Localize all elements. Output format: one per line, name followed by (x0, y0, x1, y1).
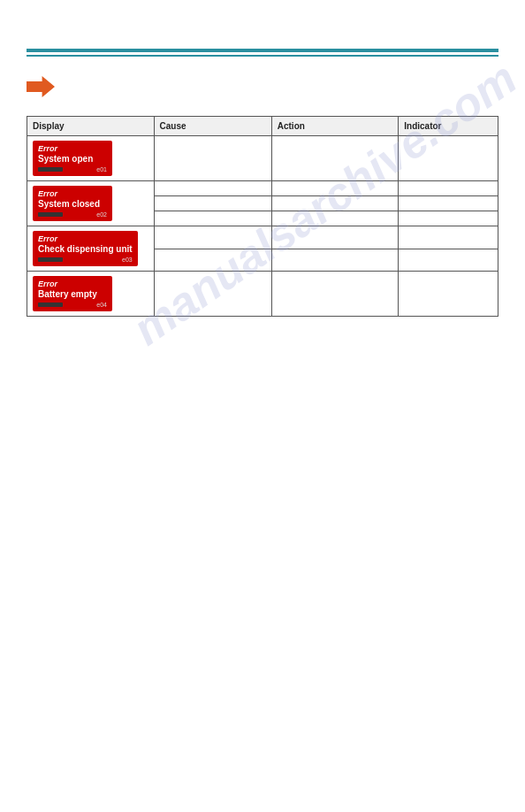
error-display-3: Error Check dispensing unit e03 (33, 231, 138, 266)
error-message-3: Check dispensing unit (38, 244, 133, 254)
error-code-1: e01 (96, 166, 107, 172)
cause-cell-3b (154, 249, 271, 272)
error-bar-1 (38, 167, 63, 172)
col-header-cause: Cause (154, 117, 271, 136)
cause-cell-2b (154, 196, 271, 211)
col-header-action: Action (271, 117, 399, 136)
error-display-2: Error System closed e02 (33, 186, 112, 221)
col-header-display: Display (27, 117, 155, 136)
action-cell-3b (271, 249, 399, 272)
table-row: Error Battery empty e04 (27, 272, 498, 317)
error-bar-2 (38, 212, 63, 217)
header-line-thick (27, 49, 498, 52)
action-cell-4 (271, 272, 399, 317)
error-display-1: Error System open e01 (33, 141, 112, 176)
error-footer-2: e02 (38, 211, 107, 218)
cause-cell-2a (154, 181, 271, 196)
action-cell-1 (271, 136, 399, 181)
error-code-4: e04 (96, 302, 107, 308)
cause-cell-1 (154, 136, 271, 181)
indicator-cell-2a (399, 181, 498, 196)
display-cell-4: Error Battery empty e04 (27, 272, 155, 317)
arrow-shape (27, 76, 55, 97)
error-code-2: e02 (96, 211, 107, 218)
display-cell-1: Error System open e01 (27, 136, 155, 181)
error-title-2: Error (38, 189, 107, 198)
action-cell-2b (271, 196, 399, 211)
error-title-3: Error (38, 234, 133, 243)
indicator-cell-2b (399, 196, 498, 211)
indicator-cell-3b (399, 249, 498, 272)
table-row: Error Check dispensing unit e03 (27, 226, 498, 249)
table-row: Error System closed e02 (27, 181, 498, 196)
error-footer-1: e01 (38, 166, 107, 172)
error-bar-4 (38, 303, 63, 307)
cause-cell-4 (154, 272, 271, 317)
action-cell-2a (271, 181, 399, 196)
error-footer-4: e04 (38, 302, 107, 308)
content-area: Display Cause Action Indicator Error Sys… (27, 116, 498, 317)
error-bar-3 (38, 257, 63, 262)
error-code-3: e03 (122, 257, 133, 263)
display-cell-3: Error Check dispensing unit e03 (27, 226, 155, 272)
header-lines (27, 49, 498, 57)
error-message-1: System open (38, 154, 107, 164)
arrow-icon (27, 76, 55, 100)
display-cell-2: Error System closed e02 (27, 181, 155, 226)
error-display-4: Error Battery empty e04 (33, 276, 112, 311)
indicator-cell-3a (399, 226, 498, 249)
indicator-cell-4 (399, 272, 498, 317)
indicator-cell-2c (399, 211, 498, 226)
error-message-2: System closed (38, 199, 107, 209)
header-line-thin (27, 55, 498, 57)
error-title-4: Error (38, 280, 107, 288)
action-cell-2c (271, 211, 399, 226)
indicator-cell-1 (399, 136, 498, 181)
table-row: Error System open e01 (27, 136, 498, 181)
error-title-1: Error (38, 144, 107, 153)
col-header-indicator: Indicator (399, 117, 498, 136)
cause-cell-2c (154, 211, 271, 226)
error-table: Display Cause Action Indicator Error Sys… (27, 116, 498, 317)
cause-cell-3a (154, 226, 271, 249)
error-message-4: Battery empty (38, 289, 107, 299)
action-cell-3a (271, 226, 399, 249)
error-footer-3: e03 (38, 257, 133, 263)
